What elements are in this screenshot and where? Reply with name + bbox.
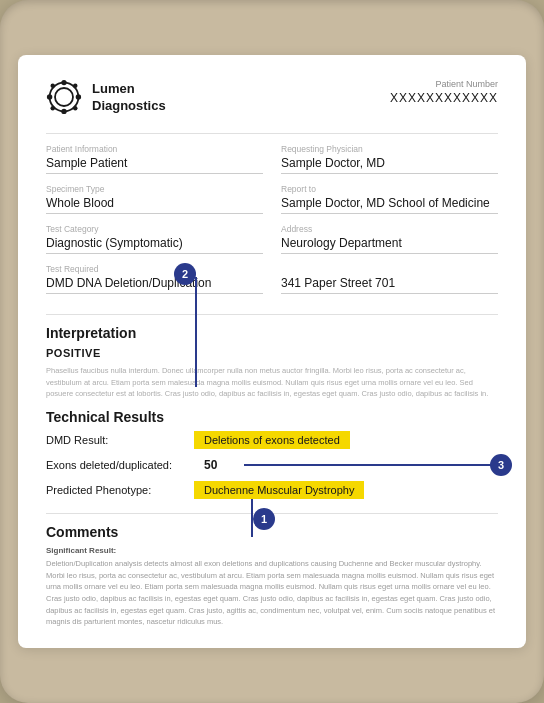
test-category-label: Test Category: [46, 224, 263, 234]
badge-1: 1: [253, 508, 275, 530]
comments-text: Deletion/Duplication analysis detects al…: [46, 558, 498, 628]
requesting-physician-field: Requesting Physician Sample Doctor, MD: [281, 144, 498, 174]
address-value: Neurology Department: [281, 236, 498, 254]
patient-number-area: Patient Number XXXXXXXXXXXX: [390, 79, 498, 105]
svg-point-2: [61, 80, 66, 85]
connector-line-badge2-v: [195, 277, 197, 387]
test-category-field: Test Category Diagnostic (Symptomatic): [46, 224, 263, 254]
logo-area: Lumen Diagnostics: [46, 79, 166, 115]
svg-point-7: [73, 84, 78, 89]
svg-point-6: [51, 84, 56, 89]
result-row-exons: Exons deleted/duplicated: 50 3: [46, 455, 498, 475]
exons-value: 50: [194, 455, 227, 475]
report-to-value: Sample Doctor, MD School of Medicine: [281, 196, 498, 214]
svg-point-4: [47, 95, 52, 100]
patient-fields-grid: Patient Information Sample Patient Reque…: [46, 144, 498, 304]
result-row-phenotype: Predicted Phenotype: Duchenne Muscular D…: [46, 481, 498, 499]
connector-line-exons-h: [244, 464, 508, 466]
test-required-field: Test Required DMD DNA Deletion/Duplicati…: [46, 264, 263, 294]
document-page: Lumen Diagnostics Patient Number XXXXXXX…: [18, 55, 526, 648]
header-divider: [46, 133, 498, 134]
badge-3: 3: [490, 454, 512, 476]
requesting-physician-label: Requesting Physician: [281, 144, 498, 154]
svg-point-9: [73, 106, 78, 111]
logo-icon: [46, 79, 82, 115]
significant-result-label: Significant Result:: [46, 546, 498, 555]
interpretation-lorem: Phasellus faucibus nulla interdum. Donec…: [46, 365, 498, 399]
test-required-value: DMD DNA Deletion/Duplication: [46, 276, 263, 294]
test-category-value: Diagnostic (Symptomatic): [46, 236, 263, 254]
requesting-physician-value: Sample Doctor, MD: [281, 156, 498, 174]
address-field: Address Neurology Department: [281, 224, 498, 254]
patient-info-label: Patient Information: [46, 144, 263, 154]
svg-point-5: [76, 95, 81, 100]
patient-info-field: Patient Information Sample Patient: [46, 144, 263, 174]
technical-results-title: Technical Results: [46, 409, 498, 425]
dmd-result-value: Deletions of exons detected: [194, 431, 350, 449]
report-to-label: Report to: [281, 184, 498, 194]
logo-text: Lumen Diagnostics: [92, 80, 166, 115]
device-frame: Lumen Diagnostics Patient Number XXXXXXX…: [0, 0, 544, 703]
technical-results-section: Technical Results DMD Result: Deletions …: [46, 409, 498, 499]
address2-field: 341 Paper Street 701: [281, 264, 498, 294]
result-row-dmd: DMD Result: Deletions of exons detected: [46, 431, 498, 449]
comments-section: Comments 1 Significant Result: Deletion/…: [46, 524, 498, 628]
report-to-field: Report to Sample Doctor, MD School of Me…: [281, 184, 498, 214]
specimen-type-label: Specimen Type: [46, 184, 263, 194]
svg-point-8: [51, 106, 56, 111]
interpretation-title: Interpretation: [46, 325, 498, 341]
address2-label: [281, 264, 498, 274]
svg-point-3: [61, 109, 66, 114]
section-divider-1: [46, 314, 498, 315]
address-label: Address: [281, 224, 498, 234]
svg-point-1: [55, 88, 73, 106]
phenotype-label: Predicted Phenotype:: [46, 484, 194, 496]
patient-number-value: XXXXXXXXXXXX: [390, 91, 498, 105]
patient-number-label: Patient Number: [390, 79, 498, 89]
phenotype-value: Duchenne Muscular Dystrophy: [194, 481, 364, 499]
header: Lumen Diagnostics Patient Number XXXXXXX…: [46, 79, 498, 115]
specimen-type-field: Specimen Type Whole Blood: [46, 184, 263, 214]
patient-info-value: Sample Patient: [46, 156, 263, 174]
test-required-label: Test Required: [46, 264, 263, 274]
dmd-result-label: DMD Result:: [46, 434, 194, 446]
specimen-type-value: Whole Blood: [46, 196, 263, 214]
interpretation-section: Interpretation POSITIVE Phasellus faucib…: [46, 325, 498, 399]
positive-label: POSITIVE: [46, 347, 498, 359]
exons-label: Exons deleted/duplicated:: [46, 459, 194, 471]
address2-value: 341 Paper Street 701: [281, 276, 498, 294]
